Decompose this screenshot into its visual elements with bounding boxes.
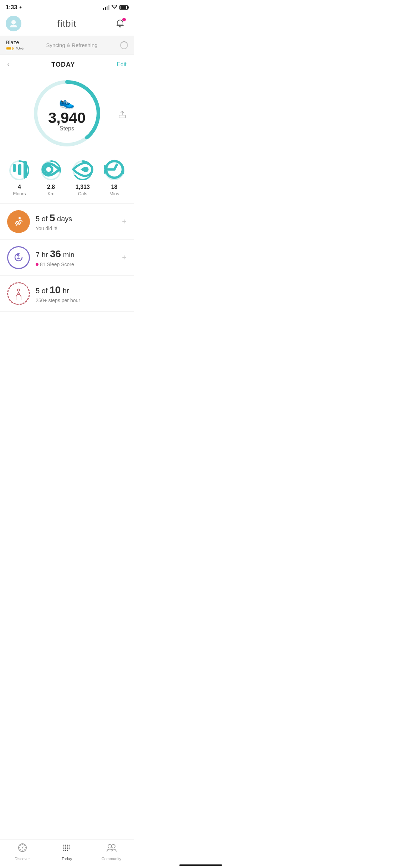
cals-unit: Cals (78, 191, 87, 196)
svg-point-19 (17, 289, 20, 291)
svg-rect-8 (13, 164, 16, 172)
app-header: fitbit (0, 13, 134, 36)
stat-cals[interactable]: 1,313 Cals (72, 160, 93, 196)
sleep-score: 81 Sleep Score (36, 262, 116, 267)
steps-center: 👟 3,940 Steps (48, 95, 86, 132)
mins-unit: Mins (109, 191, 119, 196)
svg-point-11 (45, 166, 52, 173)
km-value: 2.8 (47, 184, 55, 190)
status-icons (103, 5, 128, 10)
mins-icon (104, 159, 125, 182)
page-title: TODAY (51, 61, 75, 68)
steps-shoe-icon: 👟 (48, 95, 86, 110)
active-hours-icon (7, 282, 30, 305)
app-title: fitbit (57, 18, 77, 29)
status-time: 1:33 (6, 4, 17, 11)
device-battery-percent: 70% (15, 46, 24, 51)
share-button[interactable] (118, 110, 127, 120)
km-icon (40, 159, 62, 182)
floors-unit: Floors (13, 191, 26, 196)
wifi-icon (112, 5, 117, 10)
nav-row: ‹ TODAY Edit (0, 55, 134, 74)
notifications-button[interactable] (112, 16, 128, 31)
active-days-card[interactable]: 5 of 5 days You did it! + (0, 204, 134, 240)
avatar-button[interactable] (6, 16, 21, 31)
stat-mins[interactable]: 18 Mins (104, 160, 125, 196)
svg-point-17 (19, 217, 21, 219)
steps-count: 3,940 (48, 109, 86, 126)
svg-rect-3 (119, 115, 125, 118)
svg-rect-7 (18, 164, 21, 175)
sleep-text: 7 hr 36 min 81 Sleep Score (36, 248, 116, 267)
active-days-icon (7, 210, 30, 233)
floors-value: 4 (18, 184, 21, 190)
svg-text:Z: Z (17, 255, 20, 260)
cals-value: 1,313 (76, 184, 90, 190)
km-unit: Km (47, 191, 55, 196)
steps-label: Steps (60, 125, 74, 131)
active-days-add-button[interactable]: + (122, 217, 127, 226)
signal-icon (103, 5, 109, 10)
sleep-add-button[interactable]: + (122, 253, 127, 262)
sleep-icon: Z (7, 246, 30, 269)
svg-point-0 (11, 20, 16, 24)
stat-floors[interactable]: 4 Floors (9, 160, 30, 196)
stat-km[interactable]: 2.8 Km (40, 160, 62, 196)
floors-icon (9, 159, 30, 182)
steps-section: 👟 3,940 Steps (0, 74, 134, 156)
device-battery: 70% (6, 46, 24, 51)
edit-button[interactable]: Edit (117, 61, 127, 68)
status-bar: 1:33 ✈ (0, 0, 134, 13)
battery-icon (119, 5, 128, 10)
steps-circle[interactable]: 👟 3,940 Steps (31, 78, 103, 149)
cals-icon (72, 159, 93, 182)
active-days-text: 5 of 5 days You did it! (36, 212, 116, 231)
active-days-main: 5 of 5 days (36, 212, 116, 224)
active-days-sub: You did it! (36, 226, 116, 231)
sleep-duration: 7 hr 36 min (36, 248, 116, 260)
active-hours-card[interactable]: 5 of 10 hr 250+ steps per hour (0, 276, 134, 312)
active-hours-sub: 250+ steps per hour (36, 298, 127, 303)
sync-bar: Blaze 70% Syncing & Refreshing (0, 36, 134, 55)
device-name: Blaze (6, 39, 24, 45)
stats-row: 4 Floors 2.8 Km (0, 156, 134, 204)
sync-status-text: Syncing & Refreshing (46, 42, 97, 48)
sync-spinner (120, 41, 128, 49)
active-hours-main: 5 of 10 hr (36, 284, 127, 296)
back-button[interactable]: ‹ (7, 60, 10, 69)
active-hours-text: 5 of 10 hr 250+ steps per hour (36, 284, 127, 303)
location-icon: ✈ (19, 5, 22, 10)
sleep-card[interactable]: Z 7 hr 36 min 81 Sleep Score + (0, 240, 134, 276)
device-info: Blaze 70% (6, 39, 24, 51)
svg-rect-6 (24, 161, 27, 178)
device-battery-icon (6, 47, 13, 50)
mins-value: 18 (111, 184, 118, 190)
notification-dot (122, 18, 126, 21)
